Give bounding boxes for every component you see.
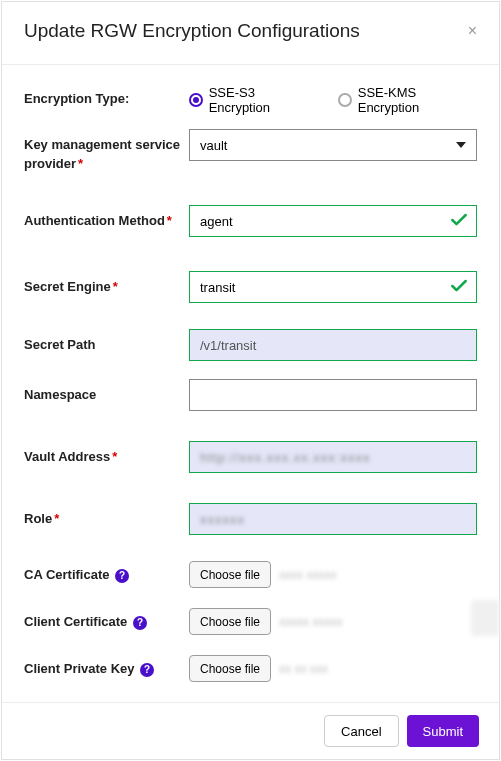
scroll-hint [471, 600, 499, 636]
required-icon: * [167, 213, 172, 228]
row-client-cert: Client Certificate ? Choose file xxxxx x… [24, 608, 477, 635]
ca-cert-filename: xxxx xxxxx [279, 568, 336, 582]
role-value: xxxxxx [200, 512, 245, 527]
cancel-button[interactable]: Cancel [324, 715, 398, 747]
ca-cert-choose-button[interactable]: Choose file [189, 561, 271, 588]
required-icon: * [112, 449, 117, 464]
dialog-body: Encryption Type: SSE-S3 Encryption SSE-K… [2, 65, 499, 682]
row-client-key: Client Private Key ? Choose file xx xx x… [24, 655, 477, 682]
label-secret-path: Secret Path [24, 329, 189, 361]
client-key-choose-button[interactable]: Choose file [189, 655, 271, 682]
client-cert-choose-button[interactable]: Choose file [189, 608, 271, 635]
required-icon: * [113, 279, 118, 294]
vault-address-input[interactable]: http://xxx.xxx.xx.xxx:xxxx [189, 441, 477, 473]
row-encryption-type: Encryption Type: SSE-S3 Encryption SSE-K… [24, 83, 477, 115]
auth-method-field [189, 205, 477, 237]
chevron-down-icon [456, 142, 466, 148]
role-input[interactable]: xxxxxx [189, 503, 477, 535]
row-ca-cert: CA Certificate ? Choose file xxxx xxxxx [24, 561, 477, 588]
namespace-field [189, 379, 477, 411]
row-provider: Key management service provider* vault [24, 129, 477, 173]
provider-value: vault [200, 138, 227, 153]
secret-engine-field [189, 271, 477, 303]
required-icon: * [78, 156, 83, 171]
row-vault-address: Vault Address* http://xxx.xxx.xx.xxx:xxx… [24, 441, 477, 473]
radio-sse-kms[interactable]: SSE-KMS Encryption [338, 85, 477, 115]
label-encryption-type: Encryption Type: [24, 83, 189, 115]
label-client-cert: Client Certificate ? [24, 612, 189, 631]
submit-button[interactable]: Submit [407, 715, 479, 747]
label-secret-engine: Secret Engine* [24, 271, 189, 303]
auth-method-input[interactable] [189, 205, 477, 237]
client-cert-filename: xxxxx xxxxx [279, 615, 342, 629]
ca-cert-field: Choose file xxxx xxxxx [189, 561, 477, 588]
label-vault-address: Vault Address* [24, 441, 189, 473]
help-icon[interactable]: ? [140, 663, 154, 677]
close-icon[interactable]: × [468, 22, 477, 40]
radio-sse-kms-label: SSE-KMS Encryption [358, 85, 477, 115]
label-client-key: Client Private Key ? [24, 659, 189, 678]
help-icon[interactable]: ? [133, 616, 147, 630]
dialog-header: Update RGW Encryption Configurations × [2, 2, 499, 65]
row-secret-path: Secret Path [24, 329, 477, 361]
client-key-filename: xx xx xxx [279, 662, 328, 676]
namespace-input[interactable] [189, 379, 477, 411]
label-provider: Key management service provider* [24, 129, 189, 173]
secret-path-field [189, 329, 477, 361]
dialog-title: Update RGW Encryption Configurations [24, 20, 360, 42]
label-namespace: Namespace [24, 379, 189, 411]
provider-select[interactable]: vault [189, 129, 477, 161]
help-icon[interactable]: ? [115, 569, 129, 583]
required-icon: * [54, 511, 59, 526]
dialog: Update RGW Encryption Configurations × E… [1, 1, 500, 760]
radio-sse-s3-label: SSE-S3 Encryption [209, 85, 316, 115]
dialog-footer: Cancel Submit [2, 702, 499, 759]
radio-sse-s3[interactable]: SSE-S3 Encryption [189, 85, 316, 115]
radio-group-encryption: SSE-S3 Encryption SSE-KMS Encryption [189, 83, 477, 115]
radio-icon [189, 93, 203, 107]
label-ca-cert: CA Certificate ? [24, 565, 189, 584]
row-auth-method: Authentication Method* [24, 205, 477, 237]
radio-icon [338, 93, 352, 107]
label-role: Role* [24, 503, 189, 535]
row-namespace: Namespace [24, 379, 477, 411]
row-secret-engine: Secret Engine* [24, 271, 477, 303]
client-key-field: Choose file xx xx xxx [189, 655, 477, 682]
row-role: Role* xxxxxx [24, 503, 477, 535]
role-field: xxxxxx [189, 503, 477, 535]
provider-field: vault [189, 129, 477, 173]
vault-address-field: http://xxx.xxx.xx.xxx:xxxx [189, 441, 477, 473]
vault-address-value: http://xxx.xxx.xx.xxx:xxxx [200, 450, 370, 465]
secret-engine-input[interactable] [189, 271, 477, 303]
label-auth-method: Authentication Method* [24, 205, 189, 237]
secret-path-input[interactable] [189, 329, 477, 361]
client-cert-field: Choose file xxxxx xxxxx [189, 608, 477, 635]
